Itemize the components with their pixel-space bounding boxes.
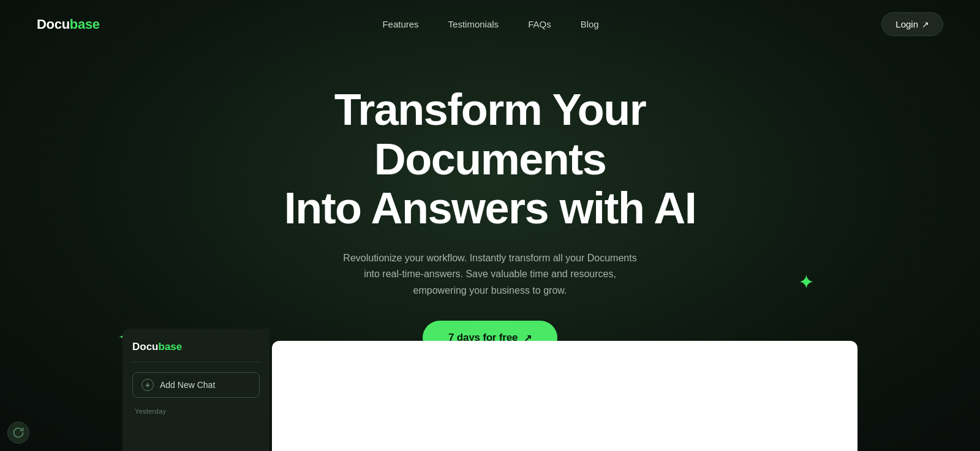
logo-text-base: base: [70, 17, 100, 32]
nav-link-blog[interactable]: Blog: [581, 19, 599, 29]
sidebar-panel: Docubase + Add New Chat Yesterday: [123, 329, 270, 451]
nav-link-testimonials[interactable]: Testimonials: [448, 19, 499, 29]
nav-links: Features Testimonials FAQs Blog: [382, 19, 598, 29]
bottom-corner-widget: [7, 422, 29, 444]
logo-text-docu: Docu: [37, 17, 70, 32]
nav-link-faqs[interactable]: FAQs: [528, 19, 551, 29]
sidebar-divider: [132, 362, 260, 362]
sidebar-section-yesterday: Yesterday: [132, 408, 260, 415]
add-chat-label: Add New Chat: [160, 380, 215, 390]
sidebar-logo-base: base: [159, 341, 183, 353]
hero-title: Transform Your Documents Into Answers wi…: [245, 85, 735, 233]
hero-subtitle: Revolutionize your workflow. Instantly t…: [343, 250, 637, 299]
nav-link-features[interactable]: Features: [382, 19, 418, 29]
navbar: Docubase Features Testimonials FAQs Blog…: [0, 0, 980, 48]
add-new-chat-button[interactable]: + Add New Chat: [132, 372, 260, 398]
sidebar-logo: Docubase: [132, 341, 260, 353]
login-arrow-icon: ↗: [922, 20, 929, 29]
logo[interactable]: Docubase: [37, 17, 100, 32]
login-label: Login: [895, 19, 918, 29]
add-circle-icon: +: [141, 379, 154, 391]
main-content-panel: [272, 341, 858, 451]
hero-title-line1: Transform Your Documents: [334, 85, 646, 184]
corner-circle-button[interactable]: [7, 422, 29, 444]
login-button[interactable]: Login ↗: [881, 12, 943, 36]
preview-container: Docubase + Add New Chat Yesterday: [123, 329, 858, 451]
hero-section: Transform Your Documents Into Answers wi…: [0, 48, 980, 355]
hero-title-line2: Into Answers with AI: [284, 184, 696, 233]
refresh-icon: [12, 427, 24, 439]
sidebar-logo-docu: Docu: [132, 341, 159, 353]
